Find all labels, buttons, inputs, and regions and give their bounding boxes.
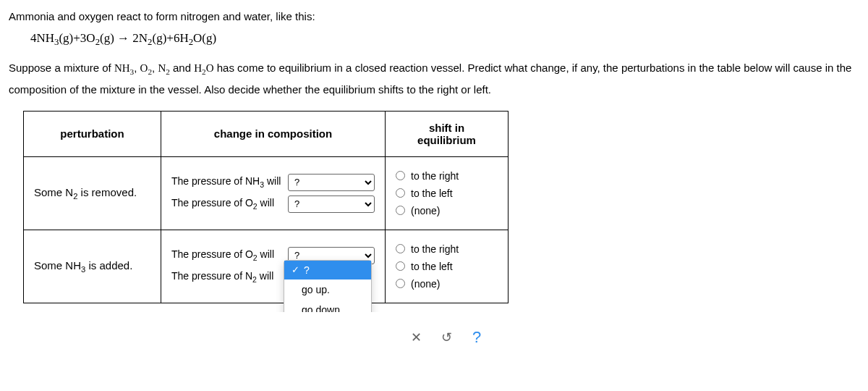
- check-icon: ✓: [292, 264, 299, 275]
- header-shift: shift in equilibrium: [386, 111, 509, 156]
- radio-left[interactable]: to the left: [396, 188, 498, 199]
- pressure-select[interactable]: ?: [288, 196, 375, 213]
- chemical-equation: 4NH3(g)+3O2(g) → 2N2(g)+6H2O(g): [30, 31, 859, 48]
- change-label: The pressure of NH3 will: [171, 175, 281, 189]
- table-row: Some NH3 is added. The pressure of O2 wi…: [24, 230, 509, 303]
- pressure-select[interactable]: ?: [288, 174, 375, 191]
- perturbation-cell: Some NH3 is added.: [24, 230, 161, 303]
- intro-text: Ammonia and oxygen react to form nitroge…: [9, 9, 859, 25]
- dropdown-option[interactable]: go up.: [284, 279, 371, 300]
- change-label: The pressure of O2 will: [171, 197, 274, 211]
- shift-cell: to the right to the left (none): [386, 230, 509, 303]
- header-change: change in composition: [161, 111, 386, 156]
- perturbation-cell: Some N2 is removed.: [24, 156, 161, 230]
- shift-cell: to the right to the left (none): [386, 156, 509, 230]
- dropdown-selected[interactable]: ✓ ?: [284, 261, 371, 279]
- change-cell: The pressure of NH3 will ? The pressure …: [161, 156, 386, 230]
- radio-none[interactable]: (none): [396, 278, 498, 290]
- instruction-paragraph: Suppose a mixture of NH3, O2, N2 and H2O…: [9, 58, 859, 101]
- change-label: The pressure of N2 will: [171, 270, 273, 284]
- change-label: The pressure of O2 will: [171, 248, 274, 262]
- radio-left[interactable]: to the left: [396, 261, 498, 272]
- header-perturbation: perturbation: [24, 111, 161, 156]
- equilibrium-table: perturbation change in composition shift…: [23, 111, 509, 303]
- dropdown-menu: ✓ ? go up. go down. not change.: [284, 260, 372, 312]
- dropdown-option[interactable]: go down.: [284, 300, 371, 312]
- table-row: Some N2 is removed. The pressure of NH3 …: [24, 156, 509, 230]
- radio-right[interactable]: to the right: [396, 243, 498, 255]
- radio-none[interactable]: (none): [396, 205, 498, 216]
- radio-right[interactable]: to the right: [396, 170, 498, 182]
